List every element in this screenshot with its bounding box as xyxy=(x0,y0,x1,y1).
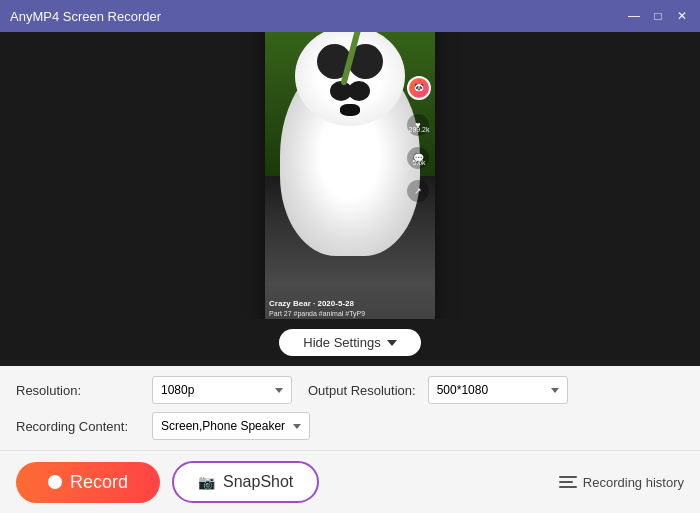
close-button[interactable]: ✕ xyxy=(674,8,690,24)
hide-settings-area: Hide Settings xyxy=(0,319,700,366)
recording-content-label: Recording Content: xyxy=(16,419,136,434)
recording-content-value: Screen,Phone Speaker xyxy=(161,419,285,433)
tiktok-right-bar: 🐼 ♥ 299.2k 💬 5.6k ↗ xyxy=(407,76,431,202)
action-bar: Record 📷 SnapShot Recording history xyxy=(0,450,700,513)
preview-area: 11:22 ▲▲ ● ▮ 🐼 ♥ 299.2k 💬 5.6k xyxy=(0,32,700,319)
snapshot-label: SnapShot xyxy=(223,473,293,491)
settings-panel: Resolution: 1080p Output Resolution: 500… xyxy=(0,366,700,450)
resolution-value: 1080p xyxy=(161,383,194,397)
panda-nose xyxy=(340,104,360,116)
like-count: 299.2k xyxy=(407,126,431,133)
camera-icon: 📷 xyxy=(198,474,215,490)
resolution-select[interactable]: 1080p xyxy=(152,376,292,404)
history-lines-icon xyxy=(559,476,577,488)
panda-eye-right xyxy=(348,81,370,101)
recording-content-select[interactable]: Screen,Phone Speaker xyxy=(152,412,310,440)
resolution-row: Resolution: 1080p Output Resolution: 500… xyxy=(16,376,684,404)
history-label: Recording history xyxy=(583,475,684,490)
hide-settings-button[interactable]: Hide Settings xyxy=(279,329,420,356)
minimize-button[interactable]: — xyxy=(626,8,642,24)
output-resolution-label: Output Resolution: xyxy=(308,383,416,398)
history-line-3 xyxy=(559,486,577,488)
tiktok-avatar: 🐼 xyxy=(407,76,431,100)
recording-history-button[interactable]: Recording history xyxy=(559,475,684,490)
window-controls: — □ ✕ xyxy=(626,8,690,24)
tiktok-bottom-info: Crazy Bear · 2020-5-28 Part 27 #panda #a… xyxy=(269,299,405,320)
phone-preview: 11:22 ▲▲ ● ▮ 🐼 ♥ 299.2k 💬 5.6k xyxy=(265,32,435,319)
record-label: Record xyxy=(70,472,128,493)
history-line-1 xyxy=(559,476,577,478)
record-dot-icon xyxy=(48,475,62,489)
title-bar: AnyMP4 Screen Recorder — □ ✕ xyxy=(0,0,700,32)
output-resolution-chevron-icon xyxy=(551,388,559,393)
resolution-chevron-icon xyxy=(275,388,283,393)
app-title: AnyMP4 Screen Recorder xyxy=(10,9,626,24)
recording-content-chevron-icon xyxy=(293,424,301,429)
tiktok-caption: Part 27 #panda #animal #TyP9 xyxy=(269,310,405,317)
tiktok-hashtags: #pandas xyxy=(269,319,405,320)
snapshot-button[interactable]: 📷 SnapShot xyxy=(172,461,319,503)
tiktok-username: Crazy Bear · 2020-5-28 xyxy=(269,299,405,308)
comment-count: 5.6k xyxy=(407,159,431,166)
maximize-button[interactable]: □ xyxy=(650,8,666,24)
recording-content-row: Recording Content: Screen,Phone Speaker xyxy=(16,412,684,440)
output-resolution-value: 500*1080 xyxy=(437,383,488,397)
output-resolution-select[interactable]: 500*1080 xyxy=(428,376,568,404)
history-line-2 xyxy=(559,481,573,483)
chevron-down-icon xyxy=(387,340,397,346)
phone-screen: 11:22 ▲▲ ● ▮ 🐼 ♥ 299.2k 💬 5.6k xyxy=(265,32,435,319)
record-button[interactable]: Record xyxy=(16,462,160,503)
resolution-label: Resolution: xyxy=(16,383,136,398)
hide-settings-label: Hide Settings xyxy=(303,335,380,350)
output-resolution-group: Output Resolution: 500*1080 xyxy=(308,376,568,404)
app-body: 11:22 ▲▲ ● ▮ 🐼 ♥ 299.2k 💬 5.6k xyxy=(0,32,700,513)
share-icon: ↗ xyxy=(407,180,429,202)
